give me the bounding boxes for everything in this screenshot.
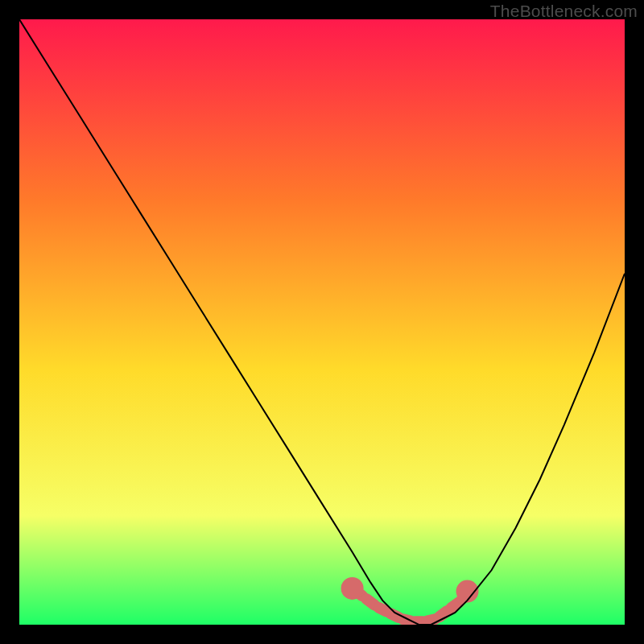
watermark-text: TheBottleneck.com	[490, 2, 638, 21]
plot-area	[19, 19, 625, 625]
marker-dash	[427, 619, 436, 621]
marker-dash	[452, 602, 460, 608]
chart-frame: TheBottleneck.com	[0, 0, 644, 644]
gradient-background	[19, 19, 625, 625]
marker-endpoint	[347, 583, 358, 594]
marker-dash	[440, 611, 448, 617]
marker-dash	[378, 608, 386, 612]
plot-svg	[19, 19, 625, 625]
marker-dash	[366, 599, 374, 605]
